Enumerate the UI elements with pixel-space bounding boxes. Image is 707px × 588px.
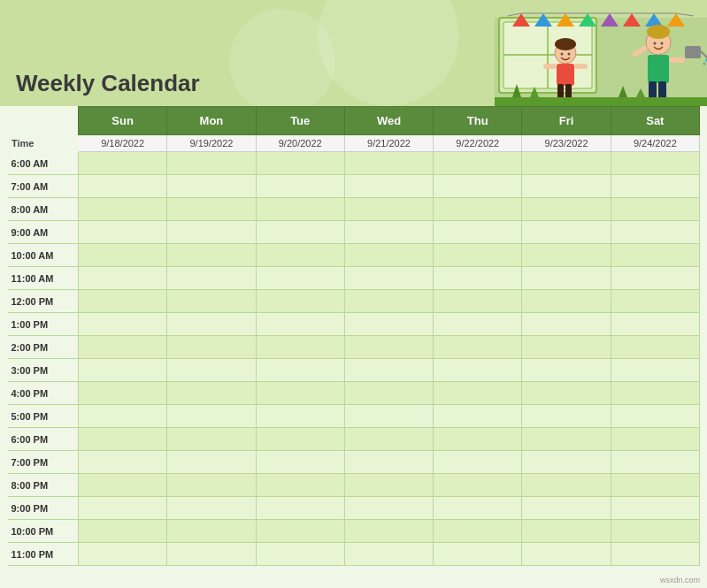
calendar-cell[interactable] [167, 382, 256, 405]
calendar-cell[interactable] [611, 543, 699, 566]
calendar-cell[interactable] [434, 175, 522, 198]
calendar-cell[interactable] [79, 451, 167, 474]
calendar-cell[interactable] [434, 267, 522, 290]
calendar-cell[interactable] [344, 313, 433, 336]
calendar-cell[interactable] [79, 336, 167, 359]
calendar-cell[interactable] [611, 382, 699, 405]
calendar-cell[interactable] [434, 336, 522, 359]
calendar-cell[interactable] [434, 152, 522, 175]
calendar-cell[interactable] [344, 175, 433, 198]
calendar-cell[interactable] [522, 267, 611, 290]
calendar-cell[interactable] [522, 474, 611, 497]
calendar-cell[interactable] [167, 267, 256, 290]
calendar-cell[interactable] [344, 474, 433, 497]
calendar-cell[interactable] [256, 451, 344, 474]
calendar-cell[interactable] [611, 474, 699, 497]
calendar-cell[interactable] [522, 382, 611, 405]
calendar-cell[interactable] [256, 152, 344, 175]
calendar-cell[interactable] [522, 497, 611, 520]
calendar-cell[interactable] [611, 520, 699, 543]
calendar-cell[interactable] [256, 290, 344, 313]
calendar-cell[interactable] [167, 175, 256, 198]
calendar-cell[interactable] [522, 313, 611, 336]
calendar-cell[interactable] [522, 543, 611, 566]
calendar-cell[interactable] [167, 405, 256, 428]
calendar-cell[interactable] [434, 497, 522, 520]
calendar-cell[interactable] [344, 244, 433, 267]
calendar-cell[interactable] [344, 198, 433, 221]
calendar-cell[interactable] [256, 543, 344, 566]
calendar-cell[interactable] [434, 520, 522, 543]
calendar-cell[interactable] [434, 359, 522, 382]
calendar-cell[interactable] [434, 313, 522, 336]
calendar-cell[interactable] [167, 520, 256, 543]
calendar-cell[interactable] [611, 152, 699, 175]
calendar-cell[interactable] [344, 405, 433, 428]
calendar-cell[interactable] [344, 359, 433, 382]
calendar-cell[interactable] [167, 359, 256, 382]
calendar-cell[interactable] [434, 221, 522, 244]
calendar-cell[interactable] [344, 497, 433, 520]
calendar-cell[interactable] [256, 221, 344, 244]
calendar-cell[interactable] [344, 221, 433, 244]
calendar-cell[interactable] [79, 405, 167, 428]
calendar-cell[interactable] [79, 543, 167, 566]
calendar-cell[interactable] [434, 543, 522, 566]
calendar-cell[interactable] [611, 405, 699, 428]
calendar-cell[interactable] [167, 244, 256, 267]
calendar-cell[interactable] [522, 290, 611, 313]
calendar-cell[interactable] [79, 244, 167, 267]
calendar-cell[interactable] [79, 359, 167, 382]
calendar-cell[interactable] [611, 267, 699, 290]
calendar-cell[interactable] [256, 175, 344, 198]
calendar-cell[interactable] [522, 175, 611, 198]
calendar-cell[interactable] [344, 520, 433, 543]
calendar-cell[interactable] [522, 451, 611, 474]
calendar-cell[interactable] [434, 290, 522, 313]
calendar-cell[interactable] [611, 428, 699, 451]
calendar-cell[interactable] [522, 152, 611, 175]
calendar-cell[interactable] [79, 313, 167, 336]
calendar-cell[interactable] [256, 428, 344, 451]
calendar-cell[interactable] [611, 175, 699, 198]
calendar-cell[interactable] [167, 290, 256, 313]
calendar-cell[interactable] [611, 336, 699, 359]
calendar-cell[interactable] [434, 428, 522, 451]
calendar-cell[interactable] [434, 405, 522, 428]
calendar-cell[interactable] [611, 244, 699, 267]
calendar-cell[interactable] [167, 451, 256, 474]
calendar-cell[interactable] [344, 451, 433, 474]
calendar-cell[interactable] [256, 244, 344, 267]
calendar-cell[interactable] [522, 244, 611, 267]
calendar-cell[interactable] [256, 474, 344, 497]
calendar-cell[interactable] [611, 313, 699, 336]
calendar-cell[interactable] [167, 198, 256, 221]
calendar-cell[interactable] [344, 428, 433, 451]
calendar-cell[interactable] [256, 405, 344, 428]
calendar-cell[interactable] [79, 198, 167, 221]
calendar-cell[interactable] [167, 152, 256, 175]
calendar-cell[interactable] [79, 382, 167, 405]
calendar-cell[interactable] [522, 336, 611, 359]
calendar-cell[interactable] [256, 336, 344, 359]
calendar-cell[interactable] [256, 497, 344, 520]
calendar-cell[interactable] [79, 290, 167, 313]
calendar-cell[interactable] [167, 221, 256, 244]
calendar-cell[interactable] [79, 428, 167, 451]
calendar-cell[interactable] [522, 405, 611, 428]
calendar-cell[interactable] [434, 451, 522, 474]
calendar-cell[interactable] [344, 336, 433, 359]
calendar-cell[interactable] [79, 175, 167, 198]
calendar-cell[interactable] [522, 359, 611, 382]
calendar-cell[interactable] [611, 451, 699, 474]
calendar-cell[interactable] [256, 359, 344, 382]
calendar-cell[interactable] [79, 520, 167, 543]
calendar-cell[interactable] [434, 382, 522, 405]
calendar-cell[interactable] [167, 428, 256, 451]
calendar-cell[interactable] [434, 244, 522, 267]
calendar-cell[interactable] [256, 313, 344, 336]
calendar-cell[interactable] [167, 543, 256, 566]
calendar-cell[interactable] [256, 520, 344, 543]
calendar-cell[interactable] [167, 474, 256, 497]
calendar-cell[interactable] [434, 198, 522, 221]
